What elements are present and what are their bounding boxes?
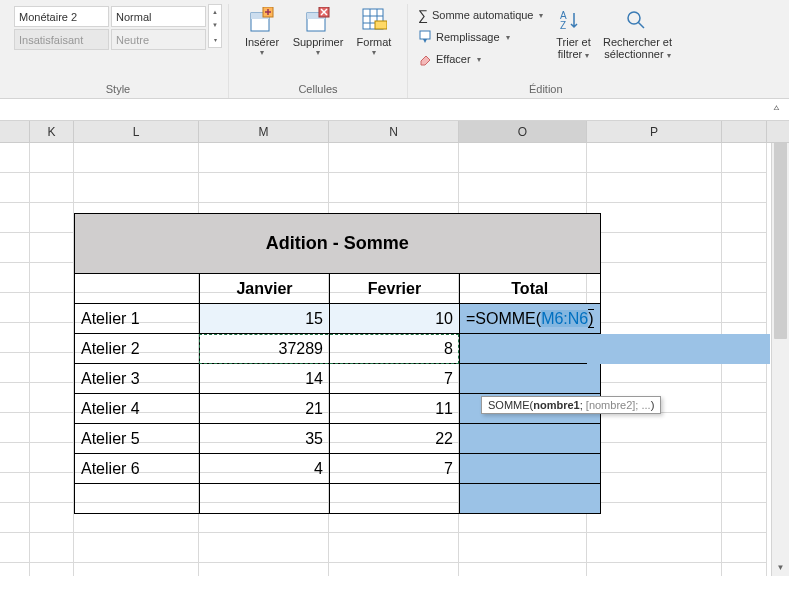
vertical-scrollbar[interactable]: ▲ ▼ bbox=[771, 121, 789, 576]
style-monetaire2[interactable]: Monétaire 2 bbox=[14, 6, 109, 27]
header-total[interactable]: Total bbox=[460, 274, 601, 304]
sort-filter-button[interactable]: AZ Trier et filtrer ▾ bbox=[549, 4, 597, 70]
find-icon bbox=[623, 6, 651, 34]
styles-expand[interactable]: ▲▼▾ bbox=[208, 4, 222, 48]
col-header-gap2 bbox=[722, 121, 767, 142]
styles-group-label: Style bbox=[106, 83, 130, 98]
cell-M6[interactable]: 15 bbox=[200, 304, 330, 334]
formula-spill bbox=[587, 334, 770, 364]
col-header-K[interactable]: K bbox=[30, 121, 74, 142]
cell-O11[interactable] bbox=[460, 454, 601, 484]
cell-O8[interactable] bbox=[460, 364, 601, 394]
eraser-icon bbox=[418, 52, 432, 66]
row-label[interactable]: Atelier 2 bbox=[75, 334, 200, 364]
cell-N12[interactable] bbox=[330, 484, 460, 514]
table-title: Adition - Somme bbox=[75, 214, 601, 274]
row-label[interactable] bbox=[75, 484, 200, 514]
row-label[interactable]: Atelier 4 bbox=[75, 394, 200, 424]
style-neutre[interactable]: Neutre bbox=[111, 29, 206, 50]
data-table[interactable]: Adition - Somme Janvier Fevrier Total At… bbox=[74, 213, 601, 514]
svg-text:Z: Z bbox=[560, 20, 566, 31]
edition-group: ∑ Somme automatique ▾ Remplissage ▾ Effa… bbox=[408, 4, 683, 98]
cell-M8[interactable]: 14 bbox=[200, 364, 330, 394]
row-label[interactable]: Atelier 1 bbox=[75, 304, 200, 334]
column-headers: K L M N O P bbox=[0, 121, 789, 143]
header-blank[interactable] bbox=[75, 274, 200, 304]
find-select-button[interactable]: Rechercher et sélectionner ▾ bbox=[597, 4, 677, 70]
collapse-ribbon-caret[interactable]: ㅿ bbox=[772, 102, 781, 115]
style-normal[interactable]: Normal bbox=[111, 6, 206, 27]
scroll-down-icon[interactable]: ▼ bbox=[772, 558, 789, 576]
cells-group-label: Cellules bbox=[298, 83, 337, 98]
col-header-O[interactable]: O bbox=[459, 121, 587, 142]
formula-bar-strip: ㅿ bbox=[0, 99, 789, 121]
cell-O7[interactable] bbox=[460, 334, 601, 364]
cells-group: Insérer ▾ Supprimer ▾ Format ▾ Cellules bbox=[229, 4, 408, 98]
cell-M12[interactable] bbox=[200, 484, 330, 514]
header-janvier[interactable]: Janvier bbox=[200, 274, 330, 304]
delete-button[interactable]: Supprimer ▾ bbox=[291, 4, 345, 70]
fill-down-icon bbox=[418, 30, 432, 44]
cell-N8[interactable]: 7 bbox=[330, 364, 460, 394]
cell-M10[interactable]: 35 bbox=[200, 424, 330, 454]
cell-O10[interactable] bbox=[460, 424, 601, 454]
autosum-button[interactable]: ∑ Somme automatique ▾ bbox=[414, 4, 547, 26]
format-cells-icon bbox=[360, 6, 388, 34]
function-tooltip[interactable]: SOMME(nombre1; [nombre2]; ...) bbox=[481, 396, 661, 414]
scroll-thumb[interactable] bbox=[774, 139, 787, 339]
clear-button[interactable]: Effacer ▾ bbox=[414, 48, 547, 70]
cell-M11[interactable]: 4 bbox=[200, 454, 330, 484]
row-label[interactable]: Atelier 3 bbox=[75, 364, 200, 394]
ribbon: Monétaire 2 Normal Insatisfaisant Neutre… bbox=[0, 0, 789, 99]
svg-line-20 bbox=[638, 22, 644, 28]
col-header-P[interactable]: P bbox=[587, 121, 722, 142]
header-fevrier[interactable]: Fevrier bbox=[330, 274, 460, 304]
cell-O12[interactable] bbox=[460, 484, 601, 514]
cell-M9[interactable]: 21 bbox=[200, 394, 330, 424]
col-header-M[interactable]: M bbox=[199, 121, 329, 142]
col-header-gap bbox=[0, 121, 30, 142]
edition-group-label: Édition bbox=[529, 83, 563, 98]
delete-cells-icon bbox=[304, 6, 332, 34]
format-button[interactable]: Format ▾ bbox=[347, 4, 401, 70]
sigma-icon: ∑ bbox=[418, 7, 428, 23]
cell-N7[interactable]: 8 bbox=[330, 334, 460, 364]
insert-button[interactable]: Insérer ▾ bbox=[235, 4, 289, 70]
cell-O6-editing[interactable]: =SOMME(M6:N6) bbox=[460, 304, 601, 334]
worksheet-grid: K L M N O P Adition - Somme Janvier Fevr… bbox=[0, 121, 789, 576]
cell-N6[interactable]: 10 bbox=[330, 304, 460, 334]
cell-N9[interactable]: 11 bbox=[330, 394, 460, 424]
row-label[interactable]: Atelier 6 bbox=[75, 454, 200, 484]
cell-M7[interactable]: 37289 bbox=[200, 334, 330, 364]
sort-filter-icon: AZ bbox=[559, 6, 587, 34]
fill-button[interactable]: Remplissage ▾ bbox=[414, 26, 547, 48]
col-header-N[interactable]: N bbox=[329, 121, 459, 142]
cell-N10[interactable]: 22 bbox=[330, 424, 460, 454]
cell-N11[interactable]: 7 bbox=[330, 454, 460, 484]
style-insatisfaisant[interactable]: Insatisfaisant bbox=[14, 29, 109, 50]
insert-cells-icon bbox=[248, 6, 276, 34]
svg-rect-15 bbox=[375, 21, 387, 29]
row-label[interactable]: Atelier 5 bbox=[75, 424, 200, 454]
col-header-L[interactable]: L bbox=[74, 121, 199, 142]
styles-group: Monétaire 2 Normal Insatisfaisant Neutre… bbox=[8, 4, 229, 98]
svg-rect-16 bbox=[420, 31, 430, 39]
